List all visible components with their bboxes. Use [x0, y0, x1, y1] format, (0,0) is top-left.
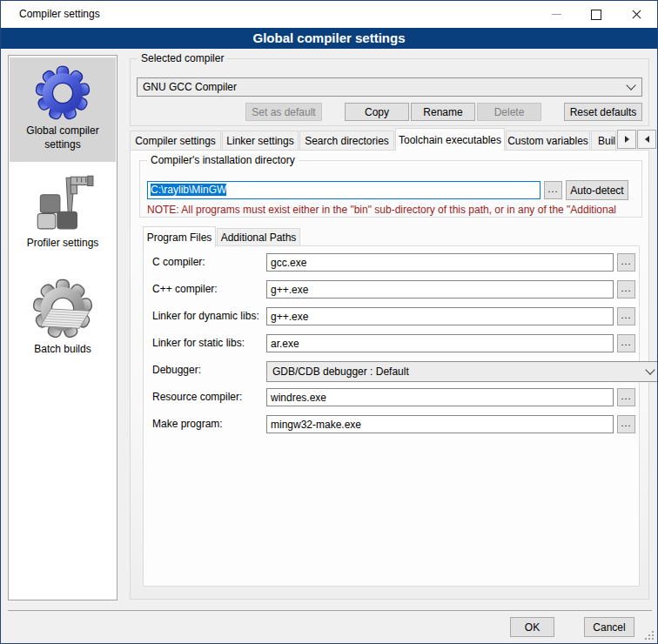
compiler-select-value: GNU GCC Compiler — [143, 81, 237, 93]
resize-grip[interactable] — [652, 638, 654, 640]
close-button[interactable] — [616, 1, 656, 28]
maximize-button[interactable] — [576, 1, 616, 28]
resource-compiler-browse-button[interactable]: ... — [617, 388, 635, 406]
linker-dynamic-row: Linker for dynamic libs: ... — [144, 307, 641, 326]
auto-detect-button[interactable]: Auto-detect — [566, 180, 628, 200]
browse-directory-button[interactable]: ... — [544, 181, 562, 199]
button-label: Set as default — [252, 106, 315, 118]
debugger-select-value: GDB/CDB debugger : Default — [272, 366, 409, 378]
field-label: C compiler: — [152, 253, 205, 272]
tab-label: Custom variables — [507, 135, 588, 147]
right-arrow-icon — [645, 136, 649, 143]
linker-static-row: Linker for static libs: ... — [144, 334, 641, 353]
tab-label: Linker settings — [226, 135, 293, 147]
ellipsis-icon: ... — [621, 283, 631, 293]
make-program-browse-button[interactable]: ... — [617, 415, 635, 433]
selected-compiler-group-label: Selected compiler — [138, 52, 227, 64]
field-label: Linker for dynamic libs: — [152, 307, 259, 325]
tab-label: Search directories — [305, 135, 389, 147]
cpp-compiler-input[interactable] — [266, 280, 614, 299]
program-files-page: C compiler: ... C++ compiler: ... Linker… — [143, 245, 640, 587]
make-program-input[interactable] — [266, 415, 614, 433]
field-label: Resource compiler: — [152, 388, 242, 406]
sidebar-item-label: Global compiler settings — [14, 124, 111, 151]
minimize-icon — [552, 14, 561, 15]
set-as-default-button[interactable]: Set as default — [245, 103, 322, 121]
sidebar-item-profiler-settings[interactable]: Profiler settings — [10, 167, 116, 258]
sidebar-item-batch-builds[interactable]: Batch builds — [10, 275, 116, 364]
tab-label: Program Files — [147, 231, 212, 244]
c-compiler-browse-button[interactable]: ... — [617, 253, 635, 272]
title-bar[interactable]: Compiler settings — [1, 1, 657, 28]
chevron-down-icon — [626, 80, 635, 90]
button-label: Reset defaults — [570, 106, 637, 118]
rename-button[interactable]: Rename — [411, 103, 475, 121]
field-label: Linker for static libs: — [152, 334, 245, 352]
maximize-icon — [591, 10, 601, 20]
resource-compiler-row: Resource compiler: ... — [144, 388, 641, 407]
linker-static-browse-button[interactable]: ... — [617, 334, 635, 352]
cpp-compiler-row: C++ compiler: ... — [144, 280, 641, 299]
tab-scroll-left-button[interactable] — [617, 130, 636, 149]
sidebar-item-global-compiler-settings[interactable]: Global compiler settings — [10, 57, 116, 162]
button-label: Copy — [365, 106, 389, 118]
debugger-row: Debugger: GDB/CDB debugger : Default — [144, 361, 641, 380]
tab-compiler-settings[interactable]: Compiler settings — [130, 131, 221, 151]
footer-divider — [8, 610, 652, 611]
make-program-row: Make program: ... — [144, 415, 641, 434]
resource-compiler-input[interactable] — [266, 388, 614, 406]
batch-builds-icon — [32, 278, 93, 342]
cpp-compiler-browse-button[interactable]: ... — [617, 280, 635, 299]
linker-static-input[interactable] — [266, 334, 614, 352]
window-title: Compiler settings — [19, 1, 100, 28]
delete-button[interactable]: Delete — [477, 103, 541, 121]
installation-directory-group-label: Compiler's installation directory — [147, 154, 299, 166]
button-label: Cancel — [593, 621, 625, 634]
ellipsis-icon: ... — [621, 418, 631, 428]
sidebar-item-label: Batch builds — [14, 342, 111, 356]
tab-build-options-truncated[interactable]: Builc — [591, 131, 616, 151]
ellipsis-icon: ... — [621, 391, 631, 401]
tab-scroll-right-button[interactable] — [637, 130, 656, 149]
settings-category-sidebar: Global compiler settings — [8, 55, 118, 600]
ellipsis-icon: ... — [621, 256, 631, 266]
linker-dynamic-input[interactable] — [266, 307, 614, 325]
profiler-caliper-icon — [30, 169, 95, 236]
bin-subdirectory-note: NOTE: All programs must exist either in … — [147, 204, 637, 216]
close-icon — [631, 9, 642, 20]
tab-label: Compiler settings — [135, 135, 216, 147]
tab-toolchain-executables[interactable]: Toolchain executables — [395, 128, 505, 151]
installation-directory-input[interactable]: C:\raylib\MinGW — [147, 181, 540, 199]
copy-button[interactable]: Copy — [345, 103, 409, 121]
compiler-select[interactable]: GNU GCC Compiler — [137, 77, 642, 97]
button-label: Rename — [423, 106, 462, 118]
reset-defaults-button[interactable]: Reset defaults — [564, 103, 642, 121]
tab-search-directories[interactable]: Search directories — [299, 131, 394, 151]
minimize-button[interactable] — [536, 1, 576, 28]
c-compiler-input[interactable] — [266, 253, 614, 272]
field-label: Debugger: — [152, 361, 201, 379]
tab-custom-variables[interactable]: Custom variables — [506, 131, 590, 151]
subtab-program-files[interactable]: Program Files — [143, 226, 216, 247]
sidebar-item-label: Profiler settings — [14, 236, 111, 250]
ellipsis-icon: ... — [621, 310, 631, 320]
field-label: Make program: — [152, 415, 223, 433]
selected-path-text: C:\raylib\MinGW — [151, 184, 226, 196]
button-label: Auto-detect — [570, 184, 623, 197]
tab-linker-settings[interactable]: Linker settings — [222, 131, 299, 151]
ellipsis-icon: ... — [547, 184, 558, 194]
ok-button[interactable]: OK — [510, 617, 554, 637]
tab-label: Toolchain executables — [399, 134, 501, 146]
linker-dynamic-browse-button[interactable]: ... — [617, 307, 635, 325]
cancel-button[interactable]: Cancel — [584, 617, 634, 637]
debugger-select[interactable]: GDB/CDB debugger : Default — [266, 361, 658, 382]
chevron-down-icon — [645, 365, 655, 374]
c-compiler-row: C compiler: ... — [144, 253, 641, 272]
tab-label: Builc — [598, 135, 616, 147]
left-arrow-icon — [625, 136, 629, 143]
ellipsis-icon: ... — [621, 337, 631, 347]
tab-label: Additional Paths — [221, 231, 297, 244]
button-label: Delete — [494, 106, 525, 118]
subtab-additional-paths[interactable]: Additional Paths — [217, 228, 300, 246]
compiler-settings-dialog: Compiler settings Global compiler settin… — [0, 0, 658, 644]
